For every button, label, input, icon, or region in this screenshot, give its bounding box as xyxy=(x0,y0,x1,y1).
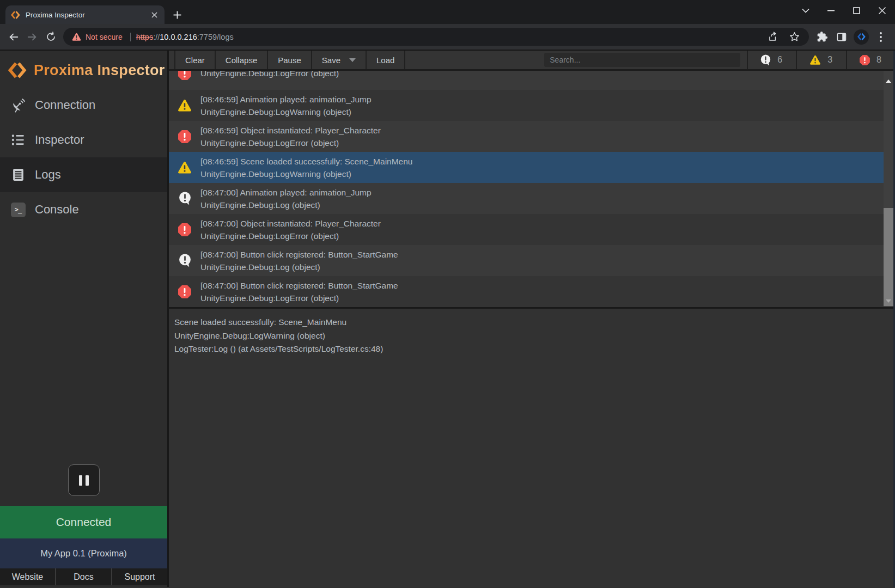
sidebar: Proxima Inspector Connection xyxy=(0,51,169,587)
browser-menu-icon[interactable] xyxy=(873,29,888,45)
scrollbar[interactable] xyxy=(884,71,893,307)
not-secure-label: Not secure xyxy=(86,33,123,41)
log-message: [08:47:00] Object instantiated: Player_C… xyxy=(200,217,381,230)
save-button[interactable]: Save xyxy=(311,51,366,69)
sidebar-item-inspector[interactable]: Inspector xyxy=(0,122,167,157)
terminal-icon: >_ xyxy=(10,203,26,217)
browser-addressbar: Not secure https://10.0.0.216:7759/logs xyxy=(0,24,895,51)
log-stacktrace: UnityEngine.Debug:LogError (object) xyxy=(200,137,381,149)
list-icon xyxy=(10,133,26,147)
error-icon xyxy=(169,285,200,298)
log-detail-panel: Scene loaded successfully: Scene_MainMen… xyxy=(169,307,895,587)
forward-button[interactable] xyxy=(23,28,41,46)
warning-icon xyxy=(169,161,200,174)
sidebar-item-console[interactable]: >_ Console xyxy=(0,192,167,227)
log-row[interactable]: [08:46:59] Scene loaded successfully: Sc… xyxy=(169,152,884,183)
detail-line: Scene loaded successfully: Scene_MainMen… xyxy=(174,316,884,329)
window-close-button[interactable] xyxy=(869,0,895,21)
log-row[interactable]: [08:47:00] Animation played: animation_J… xyxy=(169,183,884,214)
pause-icon xyxy=(79,475,82,486)
detail-line: UnityEngine.Debug:LogWarning (object) xyxy=(174,329,884,343)
sidebar-item-label: Logs xyxy=(35,168,61,182)
error-icon xyxy=(169,130,200,143)
tab-close-icon[interactable] xyxy=(149,10,159,20)
back-button[interactable] xyxy=(4,28,23,46)
window-minimize-button[interactable] xyxy=(818,0,844,21)
bookmark-star-icon[interactable] xyxy=(789,31,800,42)
scroll-up-arrow-icon[interactable] xyxy=(886,79,891,83)
sidebar-item-label: Connection xyxy=(35,98,95,112)
search-input[interactable] xyxy=(544,53,740,67)
share-icon[interactable] xyxy=(768,31,779,42)
url-bar[interactable]: Not secure https://10.0.0.216:7759/logs xyxy=(63,28,809,46)
log-message: [08:47:00] Animation played: animation_J… xyxy=(200,186,372,199)
log-stacktrace: UnityEngine.Debug:LogError (object) xyxy=(200,230,381,242)
log-row[interactable]: [08:47:00] Button click registered: Butt… xyxy=(169,245,884,276)
info-count: 6 xyxy=(777,55,782,65)
log-row[interactable]: [08:47:00] Object instantiated: Player_C… xyxy=(169,214,884,245)
logs-panel: Clear Collapse Pause Save Load 6 xyxy=(169,51,895,587)
log-list: UnityEngine.Debug:LogError (object) xyxy=(169,71,884,307)
satellite-dish-icon xyxy=(10,98,26,113)
tab-title: Proxima Inspector xyxy=(26,11,149,19)
log-stacktrace: UnityEngine.Debug:LogError (object) xyxy=(200,71,339,79)
browser-tab[interactable]: Proxima Inspector xyxy=(5,5,165,24)
document-icon xyxy=(10,168,26,182)
log-stacktrace: UnityEngine.Debug:Log (object) xyxy=(200,199,372,211)
footer-link-support[interactable]: Support xyxy=(111,568,167,585)
log-message: [08:46:59] Scene loaded successfully: Sc… xyxy=(200,155,412,168)
footer-link-docs[interactable]: Docs xyxy=(55,568,111,585)
log-row[interactable]: [08:46:59] Animation played: animation_J… xyxy=(169,90,884,121)
proxima-logo-icon xyxy=(8,62,27,79)
app-info-badge: My App 0.1 (Proxima) xyxy=(0,538,167,568)
log-row[interactable]: [08:47:00] Button click registered: Butt… xyxy=(169,276,884,307)
sidebar-item-connection[interactable]: Connection xyxy=(0,88,167,122)
pause-connection-button[interactable] xyxy=(68,464,100,496)
error-count-badge[interactable]: 8 xyxy=(846,51,895,69)
app-title: Proxima Inspector xyxy=(34,62,165,79)
warning-count-badge[interactable]: 3 xyxy=(796,51,846,69)
log-row[interactable]: UnityEngine.Debug:LogError (object) xyxy=(169,71,884,90)
tab-search-chevron-icon[interactable] xyxy=(793,0,818,21)
info-icon xyxy=(169,192,200,205)
scroll-down-arrow-icon[interactable] xyxy=(886,299,891,303)
log-stacktrace: UnityEngine.Debug:Log (object) xyxy=(200,261,398,273)
connection-status-badge: Connected xyxy=(0,506,167,538)
error-icon xyxy=(169,223,200,236)
reload-button[interactable] xyxy=(41,28,60,46)
side-panel-icon[interactable] xyxy=(834,29,849,45)
new-tab-button[interactable] xyxy=(169,7,185,23)
info-count-badge[interactable]: 6 xyxy=(747,51,796,69)
extensions-puzzle-icon[interactable] xyxy=(814,29,830,45)
log-list-container: UnityEngine.Debug:LogError (object) xyxy=(169,71,895,307)
error-icon xyxy=(169,71,200,80)
detail-line: LogTester:Log () (at Assets/TestScripts/… xyxy=(174,342,884,356)
url-text: https://10.0.0.216:7759/logs xyxy=(136,33,234,41)
window-maximize-button[interactable] xyxy=(844,0,869,21)
omnibox-divider xyxy=(130,33,131,41)
logs-toolbar: Clear Collapse Pause Save Load 6 xyxy=(169,51,895,71)
pause-logs-button[interactable]: Pause xyxy=(267,51,311,69)
footer-link-website[interactable]: Website xyxy=(0,568,55,585)
log-row[interactable]: [08:46:59] Object instantiated: Player_C… xyxy=(169,121,884,152)
log-message: [08:46:59] Animation played: animation_J… xyxy=(200,93,372,106)
proxima-extension-icon[interactable] xyxy=(854,29,869,45)
load-button[interactable]: Load xyxy=(366,51,405,69)
sidebar-item-logs[interactable]: Logs xyxy=(0,157,167,192)
sidebar-item-label: Inspector xyxy=(35,133,84,147)
not-secure-warning-icon xyxy=(72,33,81,41)
app-logo: Proxima Inspector xyxy=(0,51,167,88)
warning-icon xyxy=(169,99,200,112)
log-stacktrace: UnityEngine.Debug:LogWarning (object) xyxy=(200,168,412,180)
info-icon xyxy=(169,254,200,267)
save-dropdown-arrow-icon[interactable] xyxy=(349,58,356,62)
scrollbar-thumb[interactable] xyxy=(884,208,893,306)
clear-button[interactable]: Clear xyxy=(174,51,215,69)
log-message: [08:47:00] Button click registered: Butt… xyxy=(200,279,398,292)
log-stacktrace: UnityEngine.Debug:LogError (object) xyxy=(200,292,398,304)
log-message: [08:47:00] Button click registered: Butt… xyxy=(200,248,398,261)
log-stacktrace: UnityEngine.Debug:LogWarning (object) xyxy=(200,106,372,118)
collapse-button[interactable]: Collapse xyxy=(215,51,267,69)
log-message: [08:46:59] Object instantiated: Player_C… xyxy=(200,124,381,137)
browser-titlebar: Proxima Inspector xyxy=(0,0,895,24)
